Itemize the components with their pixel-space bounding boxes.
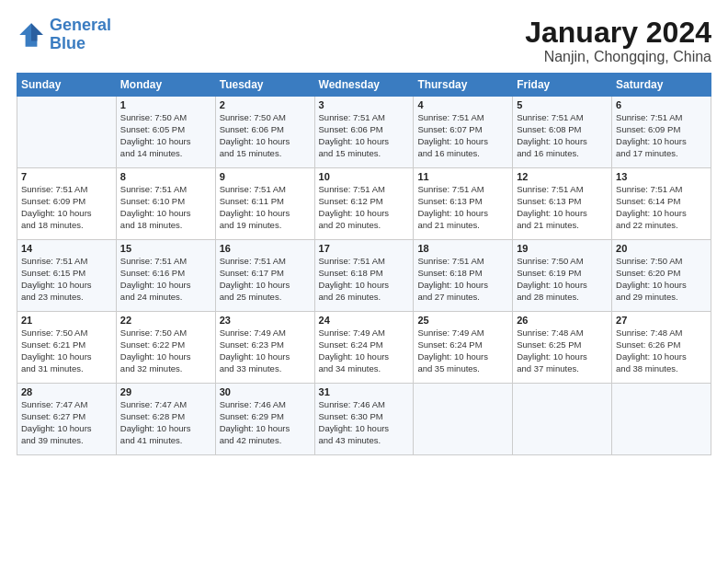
day-info: Sunrise: 7:50 AMSunset: 6:22 PMDaylight:… — [120, 327, 211, 374]
day-number: 29 — [120, 386, 211, 397]
day-cell: 6Sunrise: 7:51 AMSunset: 6:09 PMDaylight… — [612, 97, 711, 168]
day-number: 25 — [417, 315, 508, 326]
day-number: 13 — [616, 171, 707, 182]
day-cell: 12Sunrise: 7:51 AMSunset: 6:13 PMDayligh… — [513, 168, 612, 240]
day-cell: 10Sunrise: 7:51 AMSunset: 6:12 PMDayligh… — [314, 168, 414, 240]
day-cell: 13Sunrise: 7:51 AMSunset: 6:14 PMDayligh… — [612, 168, 711, 240]
day-info: Sunrise: 7:51 AMSunset: 6:08 PMDaylight:… — [517, 112, 608, 159]
title-block: January 2024 Nanjin, Chongqing, China — [525, 17, 711, 65]
day-info: Sunrise: 7:51 AMSunset: 6:09 PMDaylight:… — [616, 112, 707, 159]
week-row-3: 14Sunrise: 7:51 AMSunset: 6:15 PMDayligh… — [17, 240, 711, 312]
day-info: Sunrise: 7:50 AMSunset: 6:05 PMDaylight:… — [120, 112, 211, 159]
day-cell: 25Sunrise: 7:49 AMSunset: 6:24 PMDayligh… — [414, 312, 513, 384]
day-number: 18 — [417, 243, 508, 254]
col-friday: Friday — [513, 74, 612, 97]
day-info: Sunrise: 7:50 AMSunset: 6:06 PMDaylight:… — [220, 112, 311, 159]
day-number: 2 — [220, 99, 311, 110]
day-cell: 3Sunrise: 7:51 AMSunset: 6:06 PMDaylight… — [314, 97, 414, 168]
day-info: Sunrise: 7:51 AMSunset: 6:13 PMDaylight:… — [417, 184, 508, 231]
day-info: Sunrise: 7:51 AMSunset: 6:06 PMDaylight:… — [319, 112, 410, 159]
day-cell — [17, 97, 117, 168]
day-number: 10 — [319, 171, 410, 182]
day-info: Sunrise: 7:50 AMSunset: 6:20 PMDaylight:… — [616, 256, 707, 303]
day-cell: 1Sunrise: 7:50 AMSunset: 6:05 PMDaylight… — [116, 97, 215, 168]
day-info: Sunrise: 7:51 AMSunset: 6:11 PMDaylight:… — [220, 184, 311, 231]
day-cell: 14Sunrise: 7:51 AMSunset: 6:15 PMDayligh… — [17, 240, 117, 312]
day-info: Sunrise: 7:46 AMSunset: 6:29 PMDaylight:… — [220, 399, 311, 446]
day-cell: 19Sunrise: 7:50 AMSunset: 6:19 PMDayligh… — [513, 240, 612, 312]
day-number: 26 — [517, 315, 608, 326]
day-info: Sunrise: 7:51 AMSunset: 6:14 PMDaylight:… — [616, 184, 707, 231]
day-cell: 5Sunrise: 7:51 AMSunset: 6:08 PMDaylight… — [513, 97, 612, 168]
day-number: 28 — [21, 386, 112, 397]
header-row: Sunday Monday Tuesday Wednesday Thursday… — [17, 74, 711, 97]
calendar-subtitle: Nanjin, Chongqing, China — [525, 49, 711, 65]
day-number: 20 — [616, 243, 707, 254]
col-saturday: Saturday — [612, 74, 711, 97]
week-row-5: 28Sunrise: 7:47 AMSunset: 6:27 PMDayligh… — [17, 384, 711, 455]
day-cell: 4Sunrise: 7:51 AMSunset: 6:07 PMDaylight… — [414, 97, 513, 168]
day-cell: 8Sunrise: 7:51 AMSunset: 6:10 PMDaylight… — [116, 168, 215, 240]
day-number: 23 — [220, 315, 311, 326]
day-number: 30 — [220, 386, 311, 397]
col-tuesday: Tuesday — [215, 74, 314, 97]
week-row-4: 21Sunrise: 7:50 AMSunset: 6:21 PMDayligh… — [17, 312, 711, 384]
day-info: Sunrise: 7:49 AMSunset: 6:24 PMDaylight:… — [319, 327, 410, 374]
day-cell: 30Sunrise: 7:46 AMSunset: 6:29 PMDayligh… — [215, 384, 314, 455]
day-number: 15 — [120, 243, 211, 254]
day-cell: 27Sunrise: 7:48 AMSunset: 6:26 PMDayligh… — [612, 312, 711, 384]
day-number: 12 — [517, 171, 608, 182]
day-number: 8 — [120, 171, 211, 182]
day-cell: 16Sunrise: 7:51 AMSunset: 6:17 PMDayligh… — [215, 240, 314, 312]
day-number: 19 — [517, 243, 608, 254]
day-info: Sunrise: 7:47 AMSunset: 6:27 PMDaylight:… — [21, 399, 112, 446]
day-number: 7 — [21, 171, 112, 182]
calendar-title: January 2024 — [525, 17, 711, 49]
day-number: 21 — [21, 315, 112, 326]
day-cell: 21Sunrise: 7:50 AMSunset: 6:21 PMDayligh… — [17, 312, 117, 384]
day-cell: 20Sunrise: 7:50 AMSunset: 6:20 PMDayligh… — [612, 240, 711, 312]
week-row-1: 1Sunrise: 7:50 AMSunset: 6:05 PMDaylight… — [17, 97, 711, 168]
col-wednesday: Wednesday — [314, 74, 414, 97]
day-info: Sunrise: 7:49 AMSunset: 6:23 PMDaylight:… — [220, 327, 311, 374]
logo-line1: General — [50, 16, 111, 34]
day-number: 24 — [319, 315, 410, 326]
day-cell — [612, 384, 711, 455]
day-cell — [414, 384, 513, 455]
day-info: Sunrise: 7:51 AMSunset: 6:09 PMDaylight:… — [21, 184, 112, 231]
logo-line2: Blue — [50, 34, 85, 52]
day-number: 5 — [517, 99, 608, 110]
day-info: Sunrise: 7:51 AMSunset: 6:16 PMDaylight:… — [120, 256, 211, 303]
day-number: 3 — [319, 99, 410, 110]
day-number: 4 — [417, 99, 508, 110]
day-cell: 15Sunrise: 7:51 AMSunset: 6:16 PMDayligh… — [116, 240, 215, 312]
col-monday: Monday — [116, 74, 215, 97]
day-info: Sunrise: 7:49 AMSunset: 6:24 PMDaylight:… — [417, 327, 508, 374]
day-info: Sunrise: 7:50 AMSunset: 6:21 PMDaylight:… — [21, 327, 112, 374]
day-info: Sunrise: 7:51 AMSunset: 6:10 PMDaylight:… — [120, 184, 211, 231]
day-number: 27 — [616, 315, 707, 326]
logo-icon — [17, 20, 46, 50]
day-info: Sunrise: 7:51 AMSunset: 6:18 PMDaylight:… — [319, 256, 410, 303]
day-number: 11 — [417, 171, 508, 182]
day-info: Sunrise: 7:48 AMSunset: 6:25 PMDaylight:… — [517, 327, 608, 374]
day-cell: 9Sunrise: 7:51 AMSunset: 6:11 PMDaylight… — [215, 168, 314, 240]
day-cell: 26Sunrise: 7:48 AMSunset: 6:25 PMDayligh… — [513, 312, 612, 384]
day-info: Sunrise: 7:46 AMSunset: 6:30 PMDaylight:… — [319, 399, 410, 446]
day-number: 16 — [220, 243, 311, 254]
svg-marker-1 — [31, 23, 43, 40]
col-thursday: Thursday — [414, 74, 513, 97]
day-cell: 18Sunrise: 7:51 AMSunset: 6:18 PMDayligh… — [414, 240, 513, 312]
header: General Blue January 2024 Nanjin, Chongq… — [17, 17, 711, 65]
day-number: 22 — [120, 315, 211, 326]
day-cell: 2Sunrise: 7:50 AMSunset: 6:06 PMDaylight… — [215, 97, 314, 168]
day-info: Sunrise: 7:51 AMSunset: 6:13 PMDaylight:… — [517, 184, 608, 231]
day-info: Sunrise: 7:50 AMSunset: 6:19 PMDaylight:… — [517, 256, 608, 303]
day-cell: 11Sunrise: 7:51 AMSunset: 6:13 PMDayligh… — [414, 168, 513, 240]
day-cell: 28Sunrise: 7:47 AMSunset: 6:27 PMDayligh… — [17, 384, 117, 455]
day-info: Sunrise: 7:47 AMSunset: 6:28 PMDaylight:… — [120, 399, 211, 446]
day-info: Sunrise: 7:51 AMSunset: 6:15 PMDaylight:… — [21, 256, 112, 303]
day-number: 9 — [220, 171, 311, 182]
logo: General Blue — [17, 17, 111, 53]
day-info: Sunrise: 7:48 AMSunset: 6:26 PMDaylight:… — [616, 327, 707, 374]
